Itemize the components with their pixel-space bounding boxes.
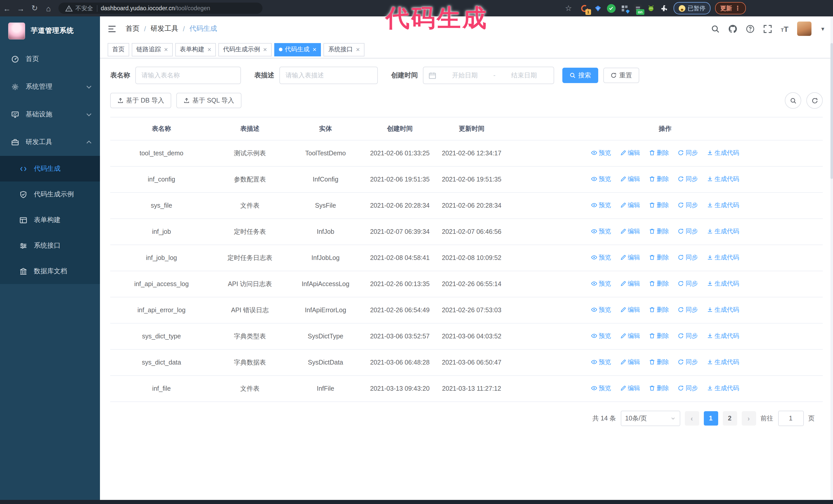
tab[interactable]: 系统接口 × — [324, 43, 364, 56]
sidebar-item-system-api[interactable]: 系统接口 — [0, 233, 100, 258]
preview-link[interactable]: 预览 — [591, 252, 611, 263]
preview-link[interactable]: 预览 — [591, 356, 611, 368]
sidebar-item-system[interactable]: 系统管理 — [0, 73, 100, 100]
delete-link[interactable]: 删除 — [649, 356, 669, 368]
preview-link[interactable]: 预览 — [591, 147, 611, 159]
preview-link[interactable]: 预览 — [591, 330, 611, 341]
tab-close-icon[interactable]: × — [356, 46, 360, 53]
generate-code-link[interactable]: 生成代码 — [707, 356, 739, 368]
delete-link[interactable]: 删除 — [649, 199, 669, 211]
address-bar[interactable]: 不安全 dashboard.yudao.iocoder.cn/tool/code… — [58, 3, 262, 14]
edit-link[interactable]: 编辑 — [620, 147, 640, 159]
generate-code-link[interactable]: 生成代码 — [707, 173, 739, 185]
end-date-placeholder[interactable]: 结束日期 — [500, 71, 548, 80]
goto-page-input[interactable] — [778, 411, 804, 426]
generate-code-link[interactable]: 生成代码 — [707, 199, 739, 211]
refresh-table-button[interactable] — [806, 92, 823, 109]
sidebar-item-db-doc[interactable]: 数据库文档 — [0, 258, 100, 284]
edit-link[interactable]: 编辑 — [620, 173, 640, 185]
edit-link[interactable]: 编辑 — [620, 330, 640, 341]
sidebar-item-infra[interactable]: 基础设施 — [0, 100, 100, 128]
hamburger-icon[interactable] — [108, 24, 116, 33]
font-size-icon[interactable]: TT — [781, 25, 788, 32]
help-icon[interactable] — [746, 24, 755, 33]
tab-close-icon[interactable]: × — [313, 46, 316, 53]
delete-link[interactable]: 删除 — [649, 304, 669, 315]
sync-link[interactable]: 同步 — [678, 252, 698, 263]
sync-link[interactable]: 同步 — [678, 330, 698, 341]
reset-button[interactable]: 重置 — [603, 68, 639, 83]
page-scrollbar[interactable] — [830, 17, 833, 500]
extension-icon-orange[interactable]: 1 — [580, 4, 589, 13]
extension-icon-gem[interactable] — [593, 4, 602, 13]
sync-link[interactable]: 同步 — [678, 173, 698, 185]
generate-code-link[interactable]: 生成代码 — [707, 278, 739, 289]
breadcrumb-section[interactable]: 研发工具 — [151, 24, 178, 33]
delete-link[interactable]: 删除 — [649, 147, 669, 159]
browser-menu-dots-icon[interactable]: ⋮ — [735, 5, 741, 12]
browser-update-button[interactable]: 更新 ⋮ — [715, 2, 746, 14]
extension-icon-grid[interactable] — [620, 4, 629, 13]
reload-icon[interactable]: ↻ — [28, 2, 42, 15]
generate-code-link[interactable]: 生成代码 — [707, 225, 739, 237]
generate-code-link[interactable]: 生成代码 — [707, 304, 739, 315]
sidebar-item-form-builder[interactable]: 表单构建 — [0, 207, 100, 233]
generate-code-link[interactable]: 生成代码 — [707, 252, 739, 263]
extension-icon-check[interactable] — [607, 4, 615, 13]
delete-link[interactable]: 删除 — [649, 383, 669, 394]
table-desc-input[interactable] — [279, 67, 378, 84]
tab-close-icon[interactable]: × — [207, 46, 211, 53]
extension-icon-dark[interactable]: on — [633, 4, 642, 13]
scrollbar-thumb[interactable] — [830, 43, 833, 179]
preview-link[interactable]: 预览 — [591, 383, 611, 394]
tab[interactable]: 首页 — [108, 43, 129, 56]
prev-page-button[interactable]: ‹ — [685, 411, 699, 426]
tab-close-icon[interactable]: × — [164, 46, 168, 53]
edit-link[interactable]: 编辑 — [620, 252, 640, 263]
start-date-placeholder[interactable]: 开始日期 — [441, 71, 489, 80]
toggle-search-button[interactable] — [785, 92, 801, 109]
preview-link[interactable]: 预览 — [591, 173, 611, 185]
edit-link[interactable]: 编辑 — [620, 225, 640, 237]
home-icon[interactable]: ⌂ — [42, 2, 55, 15]
search-button[interactable]: 搜索 — [562, 68, 598, 83]
generate-code-link[interactable]: 生成代码 — [707, 147, 739, 159]
page-size-select[interactable]: 10条/页 — [620, 411, 680, 426]
fullscreen-icon[interactable] — [764, 24, 772, 33]
security-warning[interactable]: 不安全 — [65, 4, 93, 12]
generate-code-link[interactable]: 生成代码 — [707, 383, 739, 394]
paused-extension-pill[interactable]: 已暂停 — [673, 2, 711, 14]
page-number-button[interactable]: 2 — [722, 411, 737, 426]
edit-link[interactable]: 编辑 — [620, 304, 640, 315]
tab[interactable]: 链路追踪 × — [132, 43, 172, 56]
edit-link[interactable]: 编辑 — [620, 356, 640, 368]
sync-link[interactable]: 同步 — [678, 147, 698, 159]
delete-link[interactable]: 删除 — [649, 252, 669, 263]
caret-down-icon[interactable]: ▼ — [820, 26, 825, 31]
delete-link[interactable]: 删除 — [649, 278, 669, 289]
sync-link[interactable]: 同步 — [678, 383, 698, 394]
preview-link[interactable]: 预览 — [591, 304, 611, 315]
import-sql-button[interactable]: 基于 SQL 导入 — [176, 93, 241, 108]
sidebar-item-devtools[interactable]: 研发工具 — [0, 128, 100, 156]
sidebar-item-codegen[interactable]: 代码生成 — [0, 156, 100, 182]
date-range-picker[interactable]: 开始日期 - 结束日期 — [423, 67, 554, 84]
tab[interactable]: 代码生成 × — [274, 43, 321, 56]
import-db-button[interactable]: 基于 DB 导入 — [110, 93, 171, 108]
tab[interactable]: 代码生成示例 × — [218, 43, 271, 56]
edit-link[interactable]: 编辑 — [620, 199, 640, 211]
sync-link[interactable]: 同步 — [678, 304, 698, 315]
preview-link[interactable]: 预览 — [591, 225, 611, 237]
extension-icon-green[interactable] — [647, 4, 656, 13]
sync-link[interactable]: 同步 — [678, 356, 698, 368]
tab-close-icon[interactable]: × — [263, 46, 267, 53]
table-name-input[interactable] — [135, 67, 241, 84]
extensions-puzzle-icon[interactable] — [660, 4, 669, 13]
delete-link[interactable]: 删除 — [649, 225, 669, 237]
sidebar-item-home[interactable]: 首页 — [0, 45, 100, 73]
app-logo-row[interactable]: 芋道管理系统 — [0, 17, 100, 45]
preview-link[interactable]: 预览 — [591, 199, 611, 211]
page-number-button[interactable]: 1 — [704, 411, 718, 426]
edit-link[interactable]: 编辑 — [620, 383, 640, 394]
sidebar-item-codegen-example[interactable]: 代码生成示例 — [0, 182, 100, 207]
